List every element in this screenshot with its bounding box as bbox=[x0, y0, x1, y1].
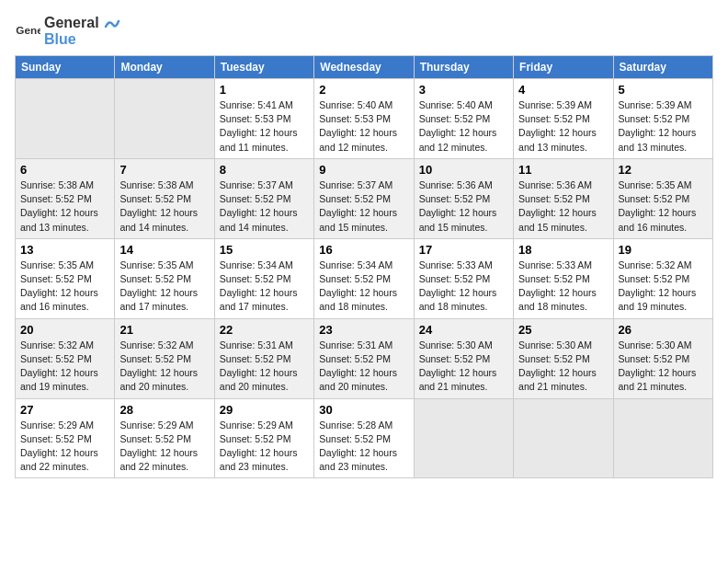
calendar-cell: 26Sunrise: 5:30 AMSunset: 5:52 PMDayligh… bbox=[613, 318, 712, 398]
day-info: Sunrise: 5:31 AMSunset: 5:52 PMDaylight:… bbox=[220, 339, 309, 395]
day-info: Sunrise: 5:33 AMSunset: 5:52 PMDaylight:… bbox=[419, 259, 508, 315]
day-number: 11 bbox=[518, 163, 608, 177]
weekday-header-sunday: Sunday bbox=[16, 56, 115, 79]
day-info: Sunrise: 5:35 AMSunset: 5:52 PMDaylight:… bbox=[619, 178, 708, 235]
day-info: Sunrise: 5:33 AMSunset: 5:52 PMDaylight:… bbox=[518, 259, 608, 315]
calendar-cell: 20Sunrise: 5:32 AMSunset: 5:52 PMDayligh… bbox=[16, 318, 115, 398]
day-number: 9 bbox=[319, 163, 408, 177]
weekday-header-monday: Monday bbox=[115, 56, 214, 79]
day-number: 16 bbox=[319, 243, 408, 257]
calendar-cell: 27Sunrise: 5:29 AMSunset: 5:52 PMDayligh… bbox=[16, 398, 115, 478]
calendar-cell: 18Sunrise: 5:33 AMSunset: 5:52 PMDayligh… bbox=[514, 238, 613, 318]
day-number: 22 bbox=[220, 323, 309, 337]
day-number: 12 bbox=[619, 163, 708, 177]
calendar-cell: 29Sunrise: 5:29 AMSunset: 5:52 PMDayligh… bbox=[214, 398, 313, 478]
calendar-cell: 2Sunrise: 5:40 AMSunset: 5:53 PMDaylight… bbox=[314, 79, 414, 159]
day-info: Sunrise: 5:29 AMSunset: 5:52 PMDaylight:… bbox=[220, 419, 309, 475]
day-info: Sunrise: 5:28 AMSunset: 5:52 PMDaylight:… bbox=[319, 419, 408, 475]
day-info: Sunrise: 5:36 AMSunset: 5:52 PMDaylight:… bbox=[518, 178, 608, 235]
day-number: 25 bbox=[518, 323, 608, 337]
day-number: 27 bbox=[20, 403, 109, 417]
logo-blue: Blue bbox=[44, 31, 76, 47]
day-number: 13 bbox=[20, 243, 109, 257]
day-number: 2 bbox=[319, 83, 408, 97]
calendar-cell: 1Sunrise: 5:41 AMSunset: 5:53 PMDaylight… bbox=[214, 79, 313, 159]
calendar-cell: 13Sunrise: 5:35 AMSunset: 5:52 PMDayligh… bbox=[16, 238, 115, 318]
day-info: Sunrise: 5:30 AMSunset: 5:52 PMDaylight:… bbox=[419, 339, 508, 395]
calendar-cell bbox=[16, 79, 115, 159]
day-number: 26 bbox=[619, 323, 708, 337]
day-number: 28 bbox=[119, 403, 209, 417]
calendar-cell: 8Sunrise: 5:37 AMSunset: 5:52 PMDaylight… bbox=[214, 158, 313, 238]
day-number: 18 bbox=[518, 243, 608, 257]
day-number: 30 bbox=[319, 403, 408, 417]
calendar-cell: 11Sunrise: 5:36 AMSunset: 5:52 PMDayligh… bbox=[514, 158, 613, 238]
day-number: 1 bbox=[220, 83, 309, 97]
calendar-cell bbox=[514, 398, 613, 478]
logo: General General Blue bbox=[15, 15, 121, 48]
day-info: Sunrise: 5:36 AMSunset: 5:52 PMDaylight:… bbox=[419, 178, 508, 235]
day-number: 29 bbox=[220, 403, 309, 417]
calendar-cell: 23Sunrise: 5:31 AMSunset: 5:52 PMDayligh… bbox=[314, 318, 414, 398]
day-info: Sunrise: 5:37 AMSunset: 5:52 PMDaylight:… bbox=[220, 178, 309, 235]
calendar-cell: 7Sunrise: 5:38 AMSunset: 5:52 PMDaylight… bbox=[115, 158, 214, 238]
calendar-cell: 5Sunrise: 5:39 AMSunset: 5:52 PMDaylight… bbox=[613, 79, 712, 159]
weekday-header-tuesday: Tuesday bbox=[214, 56, 313, 79]
calendar-cell bbox=[115, 79, 214, 159]
day-info: Sunrise: 5:34 AMSunset: 5:52 PMDaylight:… bbox=[319, 259, 408, 315]
day-number: 4 bbox=[518, 83, 608, 97]
calendar-cell bbox=[414, 398, 513, 478]
day-number: 15 bbox=[220, 243, 309, 257]
day-info: Sunrise: 5:32 AMSunset: 5:52 PMDaylight:… bbox=[619, 259, 708, 315]
calendar-cell: 12Sunrise: 5:35 AMSunset: 5:52 PMDayligh… bbox=[613, 158, 712, 238]
day-info: Sunrise: 5:35 AMSunset: 5:52 PMDaylight:… bbox=[20, 259, 109, 315]
day-info: Sunrise: 5:29 AMSunset: 5:52 PMDaylight:… bbox=[119, 419, 209, 475]
day-number: 3 bbox=[419, 83, 508, 97]
day-number: 5 bbox=[619, 83, 708, 97]
calendar-cell: 24Sunrise: 5:30 AMSunset: 5:52 PMDayligh… bbox=[414, 318, 513, 398]
weekday-header-saturday: Saturday bbox=[613, 56, 712, 79]
day-info: Sunrise: 5:38 AMSunset: 5:52 PMDaylight:… bbox=[20, 178, 109, 235]
weekday-header-wednesday: Wednesday bbox=[314, 56, 414, 79]
day-info: Sunrise: 5:30 AMSunset: 5:52 PMDaylight:… bbox=[518, 339, 608, 395]
day-number: 19 bbox=[619, 243, 708, 257]
day-info: Sunrise: 5:35 AMSunset: 5:52 PMDaylight:… bbox=[119, 259, 209, 315]
calendar-cell: 15Sunrise: 5:34 AMSunset: 5:52 PMDayligh… bbox=[214, 238, 313, 318]
calendar-cell: 9Sunrise: 5:37 AMSunset: 5:52 PMDaylight… bbox=[314, 158, 414, 238]
day-info: Sunrise: 5:37 AMSunset: 5:52 PMDaylight:… bbox=[319, 178, 408, 235]
day-number: 7 bbox=[119, 163, 209, 177]
calendar-cell: 17Sunrise: 5:33 AMSunset: 5:52 PMDayligh… bbox=[414, 238, 513, 318]
day-info: Sunrise: 5:32 AMSunset: 5:52 PMDaylight:… bbox=[20, 339, 109, 395]
day-info: Sunrise: 5:31 AMSunset: 5:52 PMDaylight:… bbox=[319, 339, 408, 395]
day-number: 10 bbox=[419, 163, 508, 177]
calendar-table: SundayMondayTuesdayWednesdayThursdayFrid… bbox=[15, 55, 713, 478]
day-number: 21 bbox=[119, 323, 209, 337]
day-info: Sunrise: 5:29 AMSunset: 5:52 PMDaylight:… bbox=[20, 419, 109, 475]
calendar-cell: 30Sunrise: 5:28 AMSunset: 5:52 PMDayligh… bbox=[314, 398, 414, 478]
day-number: 17 bbox=[419, 243, 508, 257]
day-info: Sunrise: 5:38 AMSunset: 5:52 PMDaylight:… bbox=[119, 178, 209, 235]
day-info: Sunrise: 5:39 AMSunset: 5:52 PMDaylight:… bbox=[518, 98, 608, 155]
day-number: 6 bbox=[20, 163, 109, 177]
logo-general: General bbox=[44, 15, 99, 30]
day-info: Sunrise: 5:34 AMSunset: 5:52 PMDaylight:… bbox=[220, 259, 309, 315]
weekday-header-thursday: Thursday bbox=[414, 56, 513, 79]
day-info: Sunrise: 5:40 AMSunset: 5:52 PMDaylight:… bbox=[419, 98, 508, 155]
svg-text:General: General bbox=[16, 24, 40, 37]
calendar-cell: 6Sunrise: 5:38 AMSunset: 5:52 PMDaylight… bbox=[16, 158, 115, 238]
calendar-cell: 14Sunrise: 5:35 AMSunset: 5:52 PMDayligh… bbox=[115, 238, 214, 318]
calendar-cell: 3Sunrise: 5:40 AMSunset: 5:52 PMDaylight… bbox=[414, 79, 513, 159]
day-info: Sunrise: 5:39 AMSunset: 5:52 PMDaylight:… bbox=[619, 98, 708, 155]
day-number: 14 bbox=[119, 243, 209, 257]
day-number: 23 bbox=[319, 323, 408, 337]
day-number: 8 bbox=[220, 163, 309, 177]
calendar-cell: 22Sunrise: 5:31 AMSunset: 5:52 PMDayligh… bbox=[214, 318, 313, 398]
calendar-cell: 19Sunrise: 5:32 AMSunset: 5:52 PMDayligh… bbox=[613, 238, 712, 318]
day-number: 24 bbox=[419, 323, 508, 337]
day-info: Sunrise: 5:30 AMSunset: 5:52 PMDaylight:… bbox=[619, 339, 708, 395]
day-info: Sunrise: 5:32 AMSunset: 5:52 PMDaylight:… bbox=[119, 339, 209, 395]
day-number: 20 bbox=[20, 323, 109, 337]
calendar-cell: 10Sunrise: 5:36 AMSunset: 5:52 PMDayligh… bbox=[414, 158, 513, 238]
weekday-header-friday: Friday bbox=[514, 56, 613, 79]
day-info: Sunrise: 5:40 AMSunset: 5:53 PMDaylight:… bbox=[319, 98, 408, 155]
